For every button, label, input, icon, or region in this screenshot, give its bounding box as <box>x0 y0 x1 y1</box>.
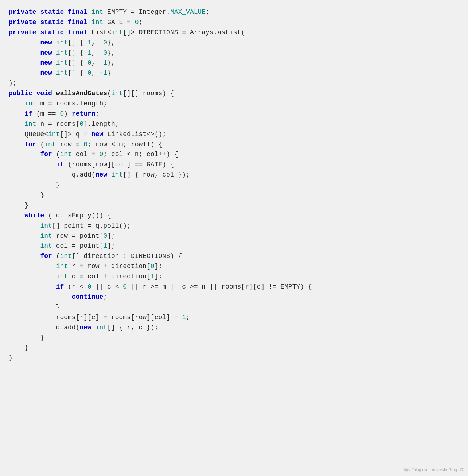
code-token: -1 <box>83 49 91 57</box>
code-line: } <box>9 343 459 353</box>
code-token: public <box>9 90 36 97</box>
code-token: }, <box>107 59 115 66</box>
code-token: int <box>91 19 107 26</box>
code-token: 0 <box>87 283 91 290</box>
code-token: col = point[ <box>56 242 104 249</box>
code-token: ( <box>76 324 80 331</box>
code-token: ]; <box>155 263 163 270</box>
code-line: } <box>9 333 459 343</box>
code-token: int <box>60 252 71 260</box>
code-token: }, <box>107 49 115 57</box>
code-token: [] point = q. <box>52 222 103 229</box>
code-token: row = <box>60 141 83 148</box>
code-token: ]; <box>107 242 115 249</box>
code-token: wallsAndGates <box>56 90 107 97</box>
code-line: } <box>9 201 459 211</box>
code-token <box>9 252 40 260</box>
code-line: Queue<int[]> q = new LinkedList<>(); <box>9 129 459 140</box>
code-token: int <box>24 100 40 107</box>
code-line: while (!q.isEmpty()) { <box>9 211 459 221</box>
code-line: rooms[r][c] = rooms[row][col] + 1; <box>9 313 459 323</box>
code-token: int <box>111 171 123 178</box>
code-token: n = rooms[ <box>40 120 79 128</box>
code-token: } <box>9 334 44 341</box>
code-token: if <box>56 283 68 290</box>
code-token: ) <box>64 110 72 117</box>
code-token: 1 <box>151 273 155 280</box>
code-token: int <box>40 232 56 240</box>
code-token: void <box>36 90 56 97</box>
code-token: new <box>9 59 56 66</box>
code-token: LinkedList<>() <box>107 131 162 138</box>
code-token: add <box>64 324 75 331</box>
code-token: 0 <box>60 110 64 117</box>
code-token: ; <box>103 100 107 107</box>
code-token: List< <box>91 29 111 36</box>
code-token: (); <box>119 222 130 229</box>
code-line: continue; <box>9 292 459 302</box>
code-token: rooms[r][c] = rooms[row][col] + <box>9 314 182 321</box>
code-token: ; <box>103 293 107 301</box>
code-token: int <box>56 69 68 77</box>
code-token: -1 <box>99 69 107 77</box>
code-token: } <box>107 69 111 77</box>
code-line: int n = rooms[0].length; <box>9 119 459 129</box>
code-token <box>9 263 56 270</box>
code-token: ]. <box>83 120 91 128</box>
code-token: new <box>79 324 95 331</box>
code-token: while <box>24 212 48 219</box>
code-token: 0 <box>87 59 91 66</box>
code-token <box>9 141 24 148</box>
code-line: } <box>9 353 459 363</box>
code-token: if <box>56 161 68 168</box>
code-token <box>9 212 24 219</box>
code-token: new <box>9 49 56 57</box>
code-token: int <box>48 131 60 138</box>
code-token: final <box>68 29 91 36</box>
code-token: new <box>91 131 107 138</box>
code-line: private static final int EMPTY = Integer… <box>9 7 459 18</box>
code-token: , <box>91 49 103 57</box>
code-token: [][] rooms) { <box>123 90 174 97</box>
code-token <box>9 222 40 229</box>
code-line: } <box>9 190 459 201</box>
code-token: []> q = <box>60 131 91 138</box>
code-token: 1 <box>103 59 107 66</box>
code-token: asList <box>218 29 241 36</box>
code-token: 1 <box>87 39 91 46</box>
code-token: final <box>68 19 91 26</box>
code-token: (r < <box>68 283 87 290</box>
code-token: ; col < n; col++) { <box>103 151 178 158</box>
code-token <box>9 242 40 249</box>
code-token: } <box>9 354 13 361</box>
code-token: [] { <box>68 69 87 77</box>
code-token: int <box>56 59 68 66</box>
code-token: continue <box>72 293 103 301</box>
code-token: static <box>40 19 68 26</box>
code-token: [] { row, col }); <box>123 171 190 178</box>
code-token: for <box>40 252 56 260</box>
code-token: private <box>9 19 40 26</box>
code-token: c = col + direction[ <box>72 273 151 280</box>
code-line: if (rooms[row][col] == GATE) { <box>9 160 459 170</box>
code-token: GATE = <box>107 19 135 26</box>
code-token <box>9 120 24 128</box>
code-line: int r = row + direction[0]; <box>9 262 459 272</box>
watermark: https://blog.csdn.net/reshuffling_17 <box>402 467 464 473</box>
code-token: 1 <box>103 242 107 249</box>
code-token: || r >= m || c >= n || rooms[r][c] != EM… <box>127 283 312 290</box>
code-token: new <box>9 69 56 77</box>
code-token: q. <box>9 324 64 331</box>
code-block: private static final int EMPTY = Integer… <box>9 7 459 363</box>
code-line: if (m == 0) return; <box>9 109 459 119</box>
code-token: } <box>9 191 44 199</box>
code-token: ( <box>91 171 95 178</box>
code-line: int row = point[0]; <box>9 231 459 241</box>
code-token: for <box>24 141 40 148</box>
code-token: ( <box>241 29 245 36</box>
code-token: } <box>9 181 60 189</box>
code-token <box>9 161 56 168</box>
code-token: 0 <box>103 49 107 57</box>
code-token: 0 <box>99 151 103 158</box>
code-token: private <box>9 8 40 16</box>
